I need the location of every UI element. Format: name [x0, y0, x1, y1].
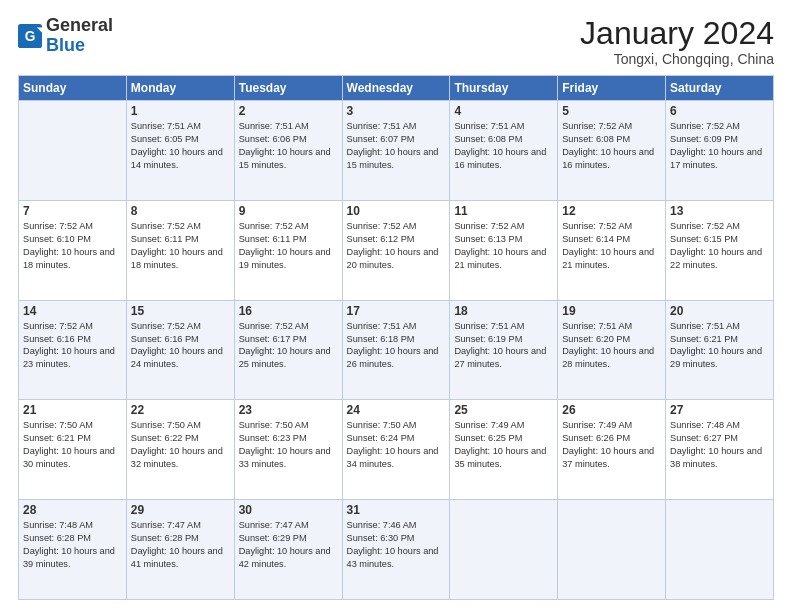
sunrise-text: Sunrise: 7:52 AM [670, 121, 740, 131]
day-number: 31 [347, 503, 446, 517]
table-row: 27 Sunrise: 7:48 AM Sunset: 6:27 PM Dayl… [666, 400, 774, 500]
table-row: 28 Sunrise: 7:48 AM Sunset: 6:28 PM Dayl… [19, 500, 127, 600]
sunset-text: Sunset: 6:15 PM [670, 234, 738, 244]
sunrise-text: Sunrise: 7:50 AM [23, 420, 93, 430]
day-info: Sunrise: 7:52 AM Sunset: 6:17 PM Dayligh… [239, 320, 338, 372]
day-number: 19 [562, 304, 661, 318]
day-info: Sunrise: 7:47 AM Sunset: 6:28 PM Dayligh… [131, 519, 230, 571]
daylight-text: Daylight: 10 hours and 37 minutes. [562, 446, 654, 469]
daylight-text: Daylight: 10 hours and 38 minutes. [670, 446, 762, 469]
daylight-text: Daylight: 10 hours and 39 minutes. [23, 546, 115, 569]
daylight-text: Daylight: 10 hours and 33 minutes. [239, 446, 331, 469]
table-row: 19 Sunrise: 7:51 AM Sunset: 6:20 PM Dayl… [558, 300, 666, 400]
day-info: Sunrise: 7:50 AM Sunset: 6:22 PM Dayligh… [131, 419, 230, 471]
sunrise-text: Sunrise: 7:50 AM [239, 420, 309, 430]
svg-text:G: G [25, 29, 36, 44]
sunset-text: Sunset: 6:05 PM [131, 134, 199, 144]
day-number: 13 [670, 204, 769, 218]
day-number: 30 [239, 503, 338, 517]
calendar-table: Sunday Monday Tuesday Wednesday Thursday… [18, 75, 774, 600]
table-row: 29 Sunrise: 7:47 AM Sunset: 6:28 PM Dayl… [126, 500, 234, 600]
daylight-text: Daylight: 10 hours and 18 minutes. [23, 247, 115, 270]
day-number: 18 [454, 304, 553, 318]
daylight-text: Daylight: 10 hours and 43 minutes. [347, 546, 439, 569]
daylight-text: Daylight: 10 hours and 30 minutes. [23, 446, 115, 469]
day-info: Sunrise: 7:51 AM Sunset: 6:18 PM Dayligh… [347, 320, 446, 372]
sunset-text: Sunset: 6:12 PM [347, 234, 415, 244]
table-row: 14 Sunrise: 7:52 AM Sunset: 6:16 PM Dayl… [19, 300, 127, 400]
table-row: 16 Sunrise: 7:52 AM Sunset: 6:17 PM Dayl… [234, 300, 342, 400]
day-number: 8 [131, 204, 230, 218]
sunset-text: Sunset: 6:20 PM [562, 334, 630, 344]
sunset-text: Sunset: 6:29 PM [239, 533, 307, 543]
daylight-text: Daylight: 10 hours and 34 minutes. [347, 446, 439, 469]
sunset-text: Sunset: 6:19 PM [454, 334, 522, 344]
day-info: Sunrise: 7:49 AM Sunset: 6:26 PM Dayligh… [562, 419, 661, 471]
table-row: 30 Sunrise: 7:47 AM Sunset: 6:29 PM Dayl… [234, 500, 342, 600]
calendar-week-row: 21 Sunrise: 7:50 AM Sunset: 6:21 PM Dayl… [19, 400, 774, 500]
day-info: Sunrise: 7:52 AM Sunset: 6:14 PM Dayligh… [562, 220, 661, 272]
empty-cell [450, 500, 558, 600]
sunset-text: Sunset: 6:22 PM [131, 433, 199, 443]
sunrise-text: Sunrise: 7:50 AM [131, 420, 201, 430]
daylight-text: Daylight: 10 hours and 16 minutes. [562, 147, 654, 170]
sunrise-text: Sunrise: 7:51 AM [131, 121, 201, 131]
calendar-week-row: 7 Sunrise: 7:52 AM Sunset: 6:10 PM Dayli… [19, 200, 774, 300]
sunset-text: Sunset: 6:14 PM [562, 234, 630, 244]
sunset-text: Sunset: 6:28 PM [23, 533, 91, 543]
daylight-text: Daylight: 10 hours and 18 minutes. [131, 247, 223, 270]
daylight-text: Daylight: 10 hours and 28 minutes. [562, 346, 654, 369]
sunrise-text: Sunrise: 7:52 AM [23, 221, 93, 231]
sunrise-text: Sunrise: 7:49 AM [454, 420, 524, 430]
table-row: 17 Sunrise: 7:51 AM Sunset: 6:18 PM Dayl… [342, 300, 450, 400]
table-row: 15 Sunrise: 7:52 AM Sunset: 6:16 PM Dayl… [126, 300, 234, 400]
daylight-text: Daylight: 10 hours and 26 minutes. [347, 346, 439, 369]
day-info: Sunrise: 7:49 AM Sunset: 6:25 PM Dayligh… [454, 419, 553, 471]
table-row: 8 Sunrise: 7:52 AM Sunset: 6:11 PM Dayli… [126, 200, 234, 300]
table-row: 21 Sunrise: 7:50 AM Sunset: 6:21 PM Dayl… [19, 400, 127, 500]
sunrise-text: Sunrise: 7:51 AM [454, 121, 524, 131]
sunrise-text: Sunrise: 7:52 AM [23, 321, 93, 331]
sunset-text: Sunset: 6:16 PM [131, 334, 199, 344]
sunset-text: Sunset: 6:21 PM [670, 334, 738, 344]
sunrise-text: Sunrise: 7:48 AM [23, 520, 93, 530]
day-info: Sunrise: 7:51 AM Sunset: 6:21 PM Dayligh… [670, 320, 769, 372]
daylight-text: Daylight: 10 hours and 29 minutes. [670, 346, 762, 369]
day-info: Sunrise: 7:48 AM Sunset: 6:28 PM Dayligh… [23, 519, 122, 571]
sunrise-text: Sunrise: 7:52 AM [454, 221, 524, 231]
daylight-text: Daylight: 10 hours and 41 minutes. [131, 546, 223, 569]
sunset-text: Sunset: 6:18 PM [347, 334, 415, 344]
day-info: Sunrise: 7:47 AM Sunset: 6:29 PM Dayligh… [239, 519, 338, 571]
day-info: Sunrise: 7:51 AM Sunset: 6:19 PM Dayligh… [454, 320, 553, 372]
header-tuesday: Tuesday [234, 76, 342, 101]
day-number: 25 [454, 403, 553, 417]
day-number: 24 [347, 403, 446, 417]
calendar-week-row: 1 Sunrise: 7:51 AM Sunset: 6:05 PM Dayli… [19, 101, 774, 201]
weekday-header-row: Sunday Monday Tuesday Wednesday Thursday… [19, 76, 774, 101]
day-number: 5 [562, 104, 661, 118]
table-row: 18 Sunrise: 7:51 AM Sunset: 6:19 PM Dayl… [450, 300, 558, 400]
table-row: 4 Sunrise: 7:51 AM Sunset: 6:08 PM Dayli… [450, 101, 558, 201]
title-block: January 2024 Tongxi, Chongqing, China [580, 16, 774, 67]
daylight-text: Daylight: 10 hours and 23 minutes. [23, 346, 115, 369]
day-info: Sunrise: 7:51 AM Sunset: 6:08 PM Dayligh… [454, 120, 553, 172]
sunset-text: Sunset: 6:17 PM [239, 334, 307, 344]
daylight-text: Daylight: 10 hours and 20 minutes. [347, 247, 439, 270]
day-number: 15 [131, 304, 230, 318]
table-row: 10 Sunrise: 7:52 AM Sunset: 6:12 PM Dayl… [342, 200, 450, 300]
sunrise-text: Sunrise: 7:51 AM [347, 321, 417, 331]
day-number: 10 [347, 204, 446, 218]
daylight-text: Daylight: 10 hours and 32 minutes. [131, 446, 223, 469]
month-title: January 2024 [580, 16, 774, 51]
day-info: Sunrise: 7:50 AM Sunset: 6:24 PM Dayligh… [347, 419, 446, 471]
sunset-text: Sunset: 6:08 PM [562, 134, 630, 144]
day-info: Sunrise: 7:52 AM Sunset: 6:09 PM Dayligh… [670, 120, 769, 172]
daylight-text: Daylight: 10 hours and 22 minutes. [670, 247, 762, 270]
daylight-text: Daylight: 10 hours and 14 minutes. [131, 147, 223, 170]
day-number: 20 [670, 304, 769, 318]
sunrise-text: Sunrise: 7:51 AM [239, 121, 309, 131]
day-info: Sunrise: 7:52 AM Sunset: 6:13 PM Dayligh… [454, 220, 553, 272]
sunrise-text: Sunrise: 7:52 AM [239, 321, 309, 331]
sunset-text: Sunset: 6:27 PM [670, 433, 738, 443]
daylight-text: Daylight: 10 hours and 19 minutes. [239, 247, 331, 270]
